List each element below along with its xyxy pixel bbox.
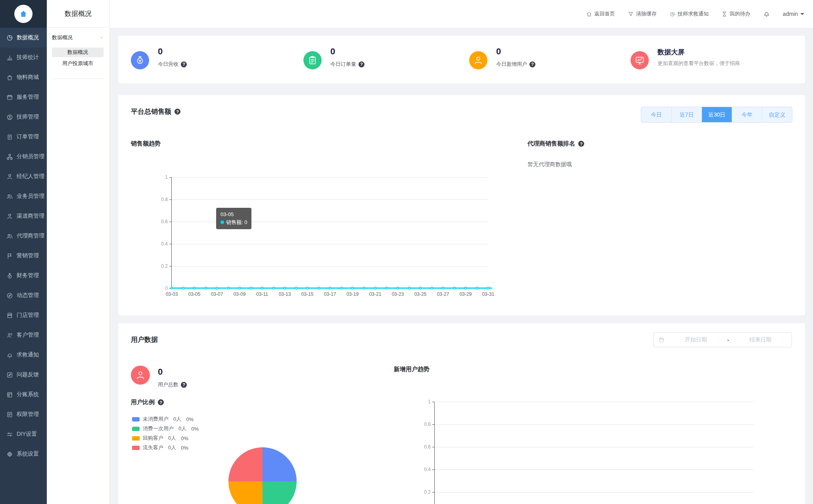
sidebar-item-label: 渠道商管理 (17, 213, 44, 220)
total-users-icon (131, 366, 150, 385)
gridline (172, 177, 488, 178)
period-tab[interactable]: 自定义 (762, 107, 792, 122)
notification-bell-icon[interactable] (763, 10, 770, 17)
y-tick-label: 0.2 (416, 489, 431, 495)
help-icon[interactable]: ? (359, 61, 364, 67)
sidebar-item[interactable]: 技师管理 (0, 107, 47, 127)
sidebar-item[interactable]: 营销管理 (0, 246, 47, 266)
legend-swatch (132, 436, 140, 441)
sidebar-item[interactable]: 数据概况 (0, 28, 47, 48)
users-icon (6, 193, 13, 200)
sidebar-item[interactable]: 经纪人管理 (0, 167, 47, 186)
x-tick-label: 03-29 (454, 291, 477, 297)
sidebar-item[interactable]: 分销员管理 (0, 147, 47, 167)
users-icon (6, 233, 13, 240)
ranking-title: 代理商销售额排名 ? (527, 140, 584, 148)
topnav-item[interactable]: 技师求救通知 (669, 10, 709, 17)
period-tab[interactable]: 近7日 (671, 107, 702, 122)
sidebar-item[interactable]: 服务管理 (0, 87, 47, 107)
data-point-marker (295, 287, 297, 289)
sidebar-item-label: 营销管理 (17, 252, 39, 259)
sidebar-item-label: 订单管理 (17, 133, 39, 140)
gridline (435, 424, 754, 425)
user-menu[interactable]: admin (783, 11, 804, 17)
sales-title: 平台总销售额 ? (131, 107, 180, 116)
period-tabs: 今日近7日近30日今年自定义 (641, 107, 792, 123)
sidebar-item[interactable]: 客户管理 (0, 325, 47, 345)
sales-trend-title: 销售额趋势 (131, 140, 161, 148)
legend-label: 消费一次用户 (143, 425, 174, 432)
y-tick-label: 1 (153, 174, 168, 180)
section-title: 数据概况 (47, 0, 109, 28)
sidebar-item[interactable]: 物料商城 (0, 67, 47, 87)
legend-item[interactable]: 消费一次用户0人0% (132, 424, 199, 433)
new-user-trend-title: 新增用户趋势 (394, 366, 430, 373)
topnav-item-label: 技师求救通知 (678, 10, 709, 17)
sidebar-item[interactable]: 订单管理 (0, 127, 47, 147)
series-dot-icon (221, 220, 224, 224)
calendar-icon (658, 337, 665, 343)
clipboard-check-icon (303, 51, 322, 69)
sidebar-item-label: 服务管理 (17, 94, 39, 101)
sidebar-item[interactable]: 技师统计 (0, 48, 47, 67)
x-tick-label: 03-11 (251, 291, 273, 297)
help-icon[interactable]: ? (181, 61, 187, 67)
data-point-marker (306, 287, 309, 289)
y-tick-label: 0.4 (416, 467, 431, 472)
legend-item[interactable]: 回购客户0人0% (132, 433, 199, 443)
topnav-item[interactable]: 我的待办 (721, 10, 750, 17)
submenu-group-toggle[interactable]: 数据概况 (47, 28, 109, 48)
ledger-icon (6, 391, 13, 398)
help-icon[interactable]: ? (181, 382, 187, 388)
topnav-item-label: 返回首页 (594, 10, 615, 17)
sidebar-item[interactable]: 代理商管理 (0, 226, 47, 246)
sidebar-item[interactable]: 动态管理 (0, 286, 47, 305)
help-icon[interactable]: ? (158, 399, 164, 405)
sidebar-item[interactable]: 权限管理 (0, 404, 47, 424)
help-icon[interactable]: ? (174, 109, 180, 115)
help-icon[interactable]: ? (529, 61, 535, 67)
legend-count: 0人 (168, 444, 176, 451)
legend-label: 回购客户 (143, 435, 163, 442)
sidebar-item[interactable]: 分账系统 (0, 385, 47, 404)
sidebar-item[interactable]: 门店管理 (0, 305, 47, 325)
sidebar-item[interactable]: 财务管理 (0, 266, 47, 286)
sidebar-item[interactable]: DIY设置 (0, 424, 47, 444)
legend-item[interactable]: 未消费用户0人0% (132, 414, 199, 424)
legend-count: 0人 (178, 425, 186, 432)
sidebar-item[interactable]: 渠道商管理 (0, 206, 47, 226)
hourglass-icon (721, 11, 727, 17)
data-point-marker (171, 287, 173, 289)
period-tab[interactable]: 今年 (732, 107, 762, 122)
sidebar-item-label: 技师管理 (17, 113, 39, 121)
sidebar-item[interactable]: 问题反馈 (0, 365, 47, 385)
money-bag-icon (131, 51, 149, 69)
total-users-label: 用户总数 ? (158, 381, 187, 388)
sidebar-item[interactable]: 求救通知 (0, 345, 47, 365)
x-tick-label: 03-17 (319, 291, 341, 297)
legend-item[interactable]: 流失客户0人0% (132, 443, 199, 452)
date-range-input[interactable]: 开始日期 - 结束日期 (653, 332, 792, 347)
y-tick-label: 0.4 (153, 241, 168, 247)
app-logo[interactable] (0, 0, 47, 28)
topnav-item[interactable]: 返回首页 (586, 10, 615, 17)
axis-tick (432, 492, 435, 493)
sidebar-item[interactable]: 业务员管理 (0, 186, 47, 206)
help-icon[interactable]: ? (578, 141, 584, 147)
submenu-item[interactable]: 用户投票城市 (52, 59, 104, 68)
sidebar-item-label: 数据概况 (17, 34, 39, 41)
legend-percent: 0% (191, 426, 199, 432)
data-point-marker (340, 287, 343, 289)
sidebar-item[interactable]: 系统设置 (0, 444, 47, 464)
sidebar-item-label: 财务管理 (17, 272, 39, 279)
period-tab[interactable]: 今日 (641, 107, 671, 122)
legend-label: 未消费用户 (143, 416, 169, 423)
submenu-item[interactable]: 数据概况 (52, 48, 104, 57)
legend-percent: 0% (181, 445, 188, 451)
date-start-placeholder: 开始日期 (665, 336, 727, 343)
axis-tick (432, 447, 435, 447)
topnav-item[interactable]: 清除缓存 (628, 10, 657, 17)
x-tick-label: 03-27 (432, 291, 454, 297)
legend-swatch (132, 427, 140, 431)
period-tab[interactable]: 近30日 (702, 107, 732, 122)
